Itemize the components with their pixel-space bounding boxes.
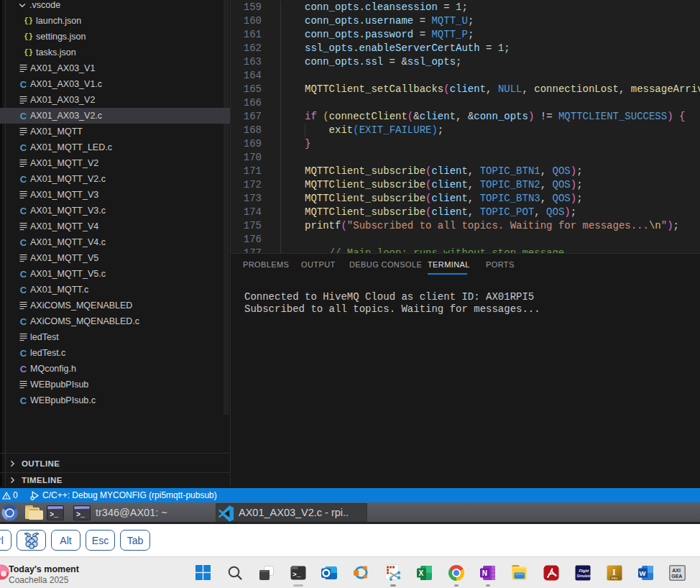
svg-text:Simulator: Simulator bbox=[576, 574, 590, 577]
svg-text:Flight: Flight bbox=[579, 569, 589, 573]
svg-text:N: N bbox=[482, 569, 487, 576]
svg-text:W: W bbox=[639, 569, 645, 576]
svg-text:>_: >_ bbox=[293, 571, 301, 579]
svg-text:>_: >_ bbox=[76, 511, 86, 519]
svg-text:GEA: GEA bbox=[671, 574, 682, 579]
svg-text:>_: >_ bbox=[50, 511, 59, 519]
svg-text:AXI: AXI bbox=[672, 567, 681, 572]
svg-text:PRO: PRO bbox=[611, 576, 618, 579]
svg-text:X: X bbox=[418, 569, 423, 576]
svg-text:I: I bbox=[612, 566, 616, 576]
